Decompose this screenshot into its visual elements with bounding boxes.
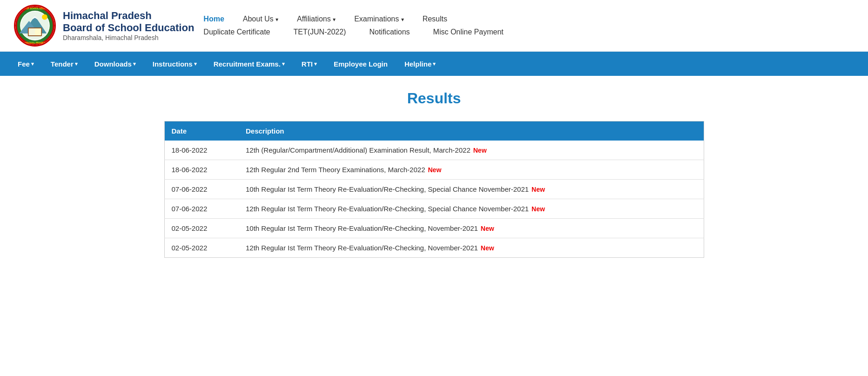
nav-tet[interactable]: TET(JUN-2022) — [294, 28, 346, 36]
result-description-text: 10th Regular Ist Term Theory Re-Evaluati… — [246, 185, 529, 193]
nav-examinations[interactable]: Examinations ▾ — [354, 15, 404, 23]
nav-duplicate-cert[interactable]: Duplicate Certificate — [203, 28, 270, 36]
new-badge: New — [481, 225, 494, 232]
blue-nav-helpline[interactable]: Helpline ▾ — [396, 52, 444, 76]
table-cell-description[interactable]: 12th Regular Ist Term Theory Re-Evaluati… — [239, 238, 704, 258]
nav-notifications[interactable]: Notifications — [369, 28, 410, 36]
blue-nav-fee[interactable]: Fee ▾ — [9, 52, 42, 76]
results-table: Date Description 18-06-202212th (Regular… — [164, 121, 704, 258]
svg-point-6 — [42, 14, 47, 20]
table-row[interactable]: 07-06-202210th Regular Ist Term Theory R… — [164, 180, 704, 199]
blue-nav-employee-login[interactable]: Employee Login — [325, 52, 396, 76]
result-description-text: 12th (Regular/Compartment/Additional) Ex… — [246, 146, 471, 154]
result-description-text: 10th Regular Ist Term Theory Re-Evaluati… — [246, 224, 478, 232]
table-cell-date: 18-06-2022 — [164, 160, 239, 180]
col-header-description: Description — [239, 121, 704, 141]
nav-results[interactable]: Results — [423, 15, 447, 23]
table-cell-date: 02-05-2022 — [164, 219, 239, 238]
new-badge: New — [532, 205, 545, 213]
top-nav-row1: Home About Us ▾ Affiliations ▾ Examinati… — [203, 15, 854, 28]
site-header: HIMACHAL PRADESH BOARD OF SCHOOL EDUCATI… — [0, 0, 868, 52]
org-title-line2: Board of School Education — [63, 22, 194, 34]
nav-affiliations[interactable]: Affiliations ▾ — [297, 15, 336, 23]
table-row[interactable]: 07-06-202212th Regular Ist Term Theory R… — [164, 199, 704, 219]
svg-text:BOARD OF SCHOOL EDUCATION: BOARD OF SCHOOL EDUCATION — [18, 7, 53, 10]
table-cell-description[interactable]: 12th Regular Ist Term Theory Re-Evaluati… — [239, 199, 704, 219]
table-cell-description[interactable]: 12th Regular 2nd Term Theory Examination… — [239, 160, 704, 180]
table-cell-date: 18-06-2022 — [164, 141, 239, 160]
blue-nav-rti[interactable]: RTI ▾ — [293, 52, 325, 76]
top-nav: Home About Us ▾ Affiliations ▾ Examinati… — [194, 15, 854, 36]
table-row[interactable]: 02-05-202212th Regular Ist Term Theory R… — [164, 238, 704, 258]
org-subtitle: Dharamshala, Himachal Pradesh — [63, 34, 194, 41]
new-badge: New — [481, 244, 494, 252]
table-row[interactable]: 02-05-202210th Regular Ist Term Theory R… — [164, 219, 704, 238]
logo: HIMACHAL PRADESH BOARD OF SCHOOL EDUCATI… — [14, 5, 56, 47]
result-description-text: 12th Regular Ist Term Theory Re-Evaluati… — [246, 244, 478, 252]
new-badge: New — [532, 186, 545, 193]
nav-about[interactable]: About Us ▾ — [243, 15, 278, 23]
table-header-row: Date Description — [164, 121, 704, 141]
blue-nav-instructions[interactable]: Instructions ▾ — [144, 52, 205, 76]
table-row[interactable]: 18-06-202212th Regular 2nd Term Theory E… — [164, 160, 704, 180]
svg-text:HIMACHAL PRADESH: HIMACHAL PRADESH — [23, 41, 47, 44]
top-nav-row2: Duplicate Certificate TET(JUN-2022) Noti… — [203, 28, 854, 36]
table-cell-description[interactable]: 10th Regular Ist Term Theory Re-Evaluati… — [239, 219, 704, 238]
result-description-text: 12th Regular 2nd Term Theory Examination… — [246, 166, 425, 174]
blue-nav-bar: Fee ▾ Tender ▾ Downloads ▾ Instructions … — [0, 52, 868, 76]
col-header-date: Date — [164, 121, 239, 141]
main-content: Results Date Description 18-06-202212th … — [155, 76, 713, 272]
new-badge: New — [428, 166, 441, 174]
org-name: Himachal Pradesh Board of School Educati… — [63, 10, 194, 41]
table-cell-date: 02-05-2022 — [164, 238, 239, 258]
page-title: Results — [164, 90, 704, 107]
table-row[interactable]: 18-06-202212th (Regular/Compartment/Addi… — [164, 141, 704, 160]
blue-nav-tender[interactable]: Tender ▾ — [42, 52, 86, 76]
svg-rect-9 — [35, 28, 41, 35]
svg-rect-8 — [29, 28, 35, 35]
nav-misc-payment[interactable]: Misc Online Payment — [433, 28, 504, 36]
table-cell-date: 07-06-2022 — [164, 199, 239, 219]
logo-area: HIMACHAL PRADESH BOARD OF SCHOOL EDUCATI… — [14, 5, 194, 47]
table-cell-date: 07-06-2022 — [164, 180, 239, 199]
new-badge: New — [473, 147, 487, 154]
nav-home[interactable]: Home — [203, 15, 224, 23]
blue-nav-downloads[interactable]: Downloads ▾ — [86, 52, 144, 76]
table-cell-description[interactable]: 10th Regular Ist Term Theory Re-Evaluati… — [239, 180, 704, 199]
org-title-line1: Himachal Pradesh — [63, 10, 194, 22]
result-description-text: 12th Regular Ist Term Theory Re-Evaluati… — [246, 205, 529, 213]
blue-nav-recruitment[interactable]: Recruitment Exams. ▾ — [205, 52, 293, 76]
table-cell-description[interactable]: 12th (Regular/Compartment/Additional) Ex… — [239, 141, 704, 160]
